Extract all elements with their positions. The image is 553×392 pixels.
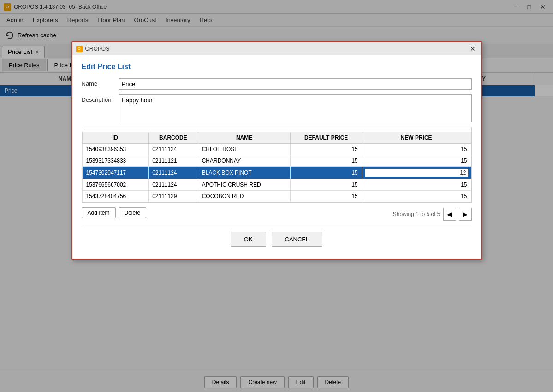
modal-actions: OK CANCEL	[82, 225, 472, 252]
col-newprice: NEW PRICE	[362, 132, 471, 144]
items-table-row[interactable]: 153931733483302111121CHARDONNAY1515	[82, 155, 471, 167]
modal-overlay: O OROPOS ✕ Edit Price List Name Descript…	[0, 0, 553, 392]
col-itemname: NAME	[198, 132, 291, 144]
cell-name: CHARDONNAY	[198, 155, 291, 167]
cell-name: BLACK BOX PINOT	[198, 167, 291, 179]
showing-text: Showing 1 to 5 of 5	[393, 211, 440, 217]
modal-title: Edit Price List	[82, 63, 472, 71]
cell-default-price: 15	[291, 155, 362, 167]
cell-name: COCOBON RED	[198, 191, 291, 202]
name-label: Name	[82, 78, 119, 87]
new-price-input[interactable]	[364, 168, 469, 178]
description-textarea[interactable]	[119, 94, 472, 122]
prev-page-button[interactable]: ◀	[443, 208, 456, 221]
add-item-button[interactable]: Add Item	[82, 207, 116, 218]
cell-id: 1540938396353	[82, 144, 149, 155]
cell-new-price[interactable]: 15	[362, 179, 471, 191]
col-barcode: BARCODE	[149, 132, 198, 144]
cell-new-price[interactable]	[362, 167, 471, 179]
cell-default-price: 15	[291, 144, 362, 155]
cell-new-price[interactable]: 15	[362, 144, 471, 155]
cell-barcode: 02111121	[149, 155, 198, 167]
delete-item-button[interactable]: Delete	[119, 207, 147, 218]
cell-default-price: 15	[291, 179, 362, 191]
cell-name: CHLOE ROSE	[198, 144, 291, 155]
modal-dialog: O OROPOS ✕ Edit Price List Name Descript…	[71, 41, 482, 260]
cell-barcode: 02111124	[149, 167, 198, 179]
cell-id: 1539317334833	[82, 155, 149, 167]
cancel-button[interactable]: CANCEL	[272, 232, 323, 247]
col-id: ID	[82, 132, 149, 144]
form-name-row: Name	[82, 78, 472, 90]
items-table-row[interactable]: 153766566700202111124APOTHIC CRUSH RED15…	[82, 179, 471, 191]
col-defaultprice: DEFAULT PRICE	[291, 132, 362, 144]
items-table-row[interactable]: 154730204711702111124BLACK BOX PINOT15	[82, 167, 471, 179]
cell-id: 1547302047117	[82, 167, 149, 179]
cell-default-price: 15	[291, 191, 362, 202]
items-actions: Add Item Delete	[82, 207, 147, 218]
cell-barcode: 02111124	[149, 144, 198, 155]
description-label: Description	[82, 94, 119, 103]
items-tbody: 154093839635302111124CHLOE ROSE151515393…	[82, 144, 471, 202]
modal-app-icon: O	[76, 46, 83, 52]
cell-id: 1543728404756	[82, 191, 149, 202]
modal-close-button[interactable]: ✕	[468, 44, 477, 53]
name-input[interactable]	[119, 78, 472, 90]
items-container: ID BARCODE NAME DEFAULT PRICE NEW PRICE …	[82, 127, 472, 203]
modal-titlebar-text: OROPOS	[85, 46, 468, 52]
form-description-row: Description	[82, 94, 472, 122]
cell-id: 1537665667002	[82, 179, 149, 191]
items-table-row[interactable]: 154093839635302111124CHLOE ROSE1515	[82, 144, 471, 155]
items-table: ID BARCODE NAME DEFAULT PRICE NEW PRICE …	[82, 132, 471, 202]
items-table-row[interactable]: 154372840475602111129COCOBON RED1515	[82, 191, 471, 202]
cell-new-price[interactable]: 15	[362, 155, 471, 167]
modal-titlebar: O OROPOS ✕	[72, 42, 481, 55]
items-table-header: ID BARCODE NAME DEFAULT PRICE NEW PRICE	[82, 132, 471, 144]
cell-new-price[interactable]: 15	[362, 191, 471, 202]
cell-default-price: 15	[291, 167, 362, 179]
modal-body: Edit Price List Name Description ID BARC…	[72, 55, 481, 259]
cell-name: APOTHIC CRUSH RED	[198, 179, 291, 191]
ok-button[interactable]: OK	[231, 232, 266, 247]
next-page-button[interactable]: ▶	[459, 208, 472, 221]
cell-barcode: 02111129	[149, 191, 198, 202]
cell-barcode: 02111124	[149, 179, 198, 191]
